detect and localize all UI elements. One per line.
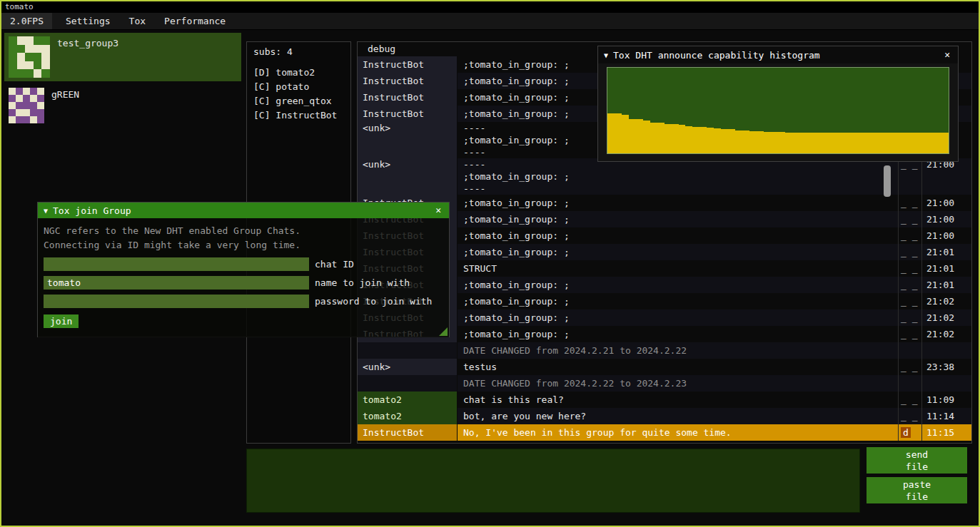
histogram-bar	[699, 127, 707, 153]
subs-item[interactable]: [C] potato	[253, 80, 344, 94]
message-time: 21:02	[921, 326, 971, 342]
histogram-bar	[856, 133, 863, 153]
message-flags: _ _	[898, 158, 921, 195]
group-item-test_group3[interactable]: test_group3	[4, 33, 241, 81]
histogram-bar	[814, 133, 821, 153]
histogram-bar	[657, 123, 665, 153]
message-author: InstructBot	[358, 56, 458, 73]
paste-file-button[interactable]: paste file	[867, 477, 967, 503]
histogram-bar	[778, 132, 785, 153]
histogram-bar	[679, 125, 686, 153]
password-to-join-with-input[interactable]	[44, 295, 309, 308]
dht-histogram-titlebar[interactable]: ▼ Tox DHT announce capability histogram …	[598, 46, 958, 63]
date-separator-text: DATE CHANGED from 2024.2.21 to 2024.2.22	[458, 342, 898, 359]
subs-header: subs: 4	[253, 46, 344, 57]
histogram-bar	[672, 124, 679, 153]
join-group-titlebar[interactable]: ▼ Tox join Group ✕	[38, 203, 449, 218]
ngc-note-line1: NGC refers to the New DHT enabled Group …	[44, 224, 443, 238]
message-flags: _ _	[898, 227, 921, 244]
group-item-gREEN[interactable]: gREEN	[4, 84, 241, 127]
message-text: STRUCT	[458, 260, 898, 277]
resize-grip[interactable]	[439, 327, 448, 336]
subs-item[interactable]: [C] InstructBot	[253, 108, 344, 123]
histogram-bar	[899, 133, 906, 153]
histogram-bar	[742, 131, 749, 153]
dht-histogram-window: ▼ Tox DHT announce capability histogram …	[597, 46, 959, 162]
histogram-bar	[913, 133, 920, 153]
message-author: InstructBot	[358, 89, 458, 106]
close-icon[interactable]: ✕	[433, 203, 443, 218]
histogram-bar	[849, 133, 856, 153]
histogram-bar	[636, 119, 643, 153]
message-text: ;tomato_in_group: ;	[458, 195, 898, 211]
histogram-bar	[764, 132, 771, 153]
chat-ID-input[interactable]	[44, 257, 309, 271]
message-author: tomato2	[358, 408, 458, 424]
histogram-bar	[828, 133, 835, 153]
message-text: ----;tomato_in_group: ;----	[458, 158, 898, 195]
message-time: 21:00	[921, 211, 971, 227]
chat-message-row: tomato2bot, are you new here?_ _11:14	[358, 408, 971, 424]
chat-scrollbar[interactable]	[884, 165, 891, 197]
message-time: 21:00	[921, 227, 971, 244]
message-time: 11:14	[921, 408, 971, 424]
menu-item-tox[interactable]: Tox	[120, 13, 155, 29]
message-text: testus	[458, 359, 898, 375]
message-time: 11:15	[921, 424, 971, 441]
histogram-bar	[906, 133, 913, 153]
message-time: 21:01	[921, 277, 971, 293]
message-author	[358, 375, 458, 392]
message-author: InstructBot	[358, 73, 458, 89]
message-flags: _ _	[898, 277, 921, 293]
histogram-bar	[607, 113, 615, 153]
join-fields: chat IDname to join withpassword to join…	[44, 257, 443, 308]
group-avatar	[9, 88, 44, 123]
join-group-body: NGC refers to the New DHT enabled Group …	[38, 218, 449, 337]
group-name: test_group3	[57, 36, 118, 48]
collapse-icon[interactable]: ▼	[44, 207, 48, 215]
message-input[interactable]	[247, 449, 859, 512]
field-label: name to join with	[315, 277, 410, 288]
close-icon[interactable]: ✕	[942, 47, 952, 63]
join-button[interactable]: join	[44, 314, 79, 328]
subs-item[interactable]: [C] green_qtox	[253, 94, 344, 108]
histogram-bar	[863, 133, 870, 153]
subs-item[interactable]: [D] tomato2	[253, 66, 344, 80]
menu-item-settings[interactable]: Settings	[56, 13, 120, 29]
histogram-bar	[650, 123, 657, 153]
message-author: InstructBot	[358, 106, 458, 122]
message-flags: _ _	[898, 260, 921, 277]
chat-message-row: InstructBot;tomato_in_group: ;_ _21:00	[358, 195, 971, 211]
histogram-bar	[891, 133, 899, 153]
name-to-join-with-input[interactable]	[44, 276, 309, 290]
chat-message-row: InstructBot;tomato_in_group: ;_ _21:01	[358, 277, 971, 293]
message-time: 21:00	[921, 158, 971, 195]
message-author: <unk>	[358, 158, 458, 195]
menu-bar: 2.0FPS SettingsToxPerformance	[1, 13, 979, 30]
date-separator-row: DATE CHANGED from 2024.2.21 to 2024.2.22	[358, 342, 971, 359]
histogram-bar	[685, 126, 692, 153]
group-name: gREEN	[51, 88, 79, 100]
send-file-button[interactable]: send file	[867, 447, 967, 474]
message-time: 21:02	[921, 309, 971, 326]
message-author	[358, 342, 458, 359]
histogram-bar	[757, 131, 764, 153]
message-author: <unk>	[358, 122, 458, 158]
menu-item-performance[interactable]: Performance	[155, 13, 235, 29]
chat-message-row: tomato2chat is this real?_ _11:09	[358, 392, 971, 408]
message-text: ;tomato_in_group: ;	[458, 293, 898, 309]
chat-message-row: InstructBotSTRUCT_ _21:01	[358, 260, 971, 277]
collapse-icon[interactable]: ▼	[604, 51, 608, 59]
message-author: tomato2	[358, 392, 458, 408]
date-separator-text: DATE CHANGED from 2024.2.22 to 2024.2.23	[458, 375, 898, 392]
histogram-bar	[692, 127, 699, 153]
tab-debug[interactable]: debug	[358, 42, 405, 56]
dht-histogram-body	[598, 63, 958, 154]
message-text: chat is this real?	[458, 392, 898, 408]
chat-message-row: InstructBot;tomato_in_group: ;_ _21:02	[358, 309, 971, 326]
histogram-bar	[934, 133, 941, 153]
message-author: <unk>	[358, 359, 458, 375]
histogram-bar	[807, 133, 814, 153]
histogram-bar	[771, 132, 778, 153]
histogram-bar	[714, 128, 721, 153]
